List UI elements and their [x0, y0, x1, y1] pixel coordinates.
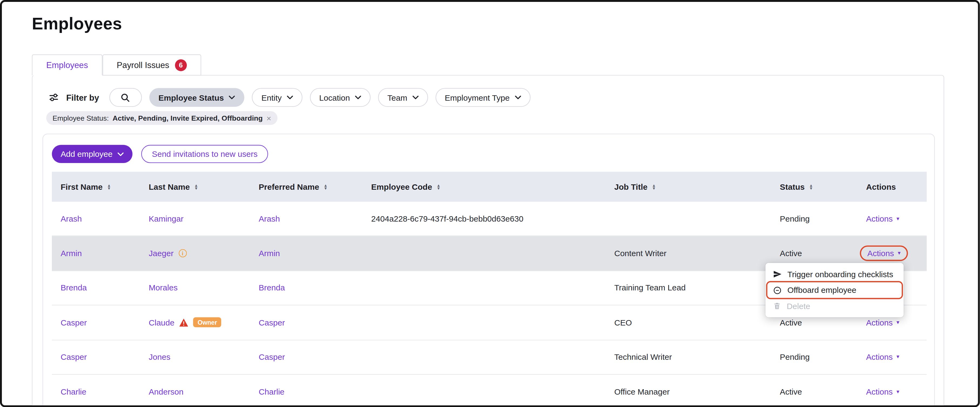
row-actions-button[interactable]: Actions▾	[866, 214, 899, 224]
caret-down-icon: ▾	[897, 320, 899, 325]
table-actions-bar: Add employee Send invitations to new use…	[52, 145, 268, 163]
last-name-link[interactable]: Jones	[149, 353, 170, 362]
job-title: CEO	[614, 318, 632, 328]
last-name-link[interactable]: Jaeger	[149, 248, 173, 258]
active-filters-row: Employee Status: Active, Pending, Invite…	[46, 111, 277, 125]
menu-item-trigger-onboarding[interactable]: Trigger onboarding checklists	[765, 266, 904, 282]
chevron-down-icon	[355, 95, 361, 99]
preferred-name-link[interactable]: Arash	[259, 214, 280, 224]
first-name-link[interactable]: Charlie	[60, 387, 86, 396]
filter-entity-label: Entity	[261, 93, 282, 102]
tab-employees[interactable]: Employees	[32, 54, 102, 76]
warning-icon	[180, 318, 188, 327]
table-row: Charlie Anderson Charlie Office Manager …	[52, 375, 927, 407]
chip-remove-icon[interactable]: ×	[267, 114, 271, 122]
last-name-link[interactable]: Kamingar	[149, 214, 184, 224]
status-text: Pending	[780, 214, 810, 224]
status-text: Active	[780, 248, 802, 258]
app-frame: Employees Employees Payroll Issues 6 Fi	[0, 0, 980, 407]
filter-sliders-icon	[49, 92, 59, 102]
tab-bar: Employees Payroll Issues 6	[32, 54, 201, 76]
preferred-name-link[interactable]: Armin	[259, 248, 280, 258]
chevron-down-icon	[287, 95, 293, 99]
employees-page: Employees Employees Payroll Issues 6 Fi	[0, 0, 980, 407]
employee-status-filter-chip: Employee Status: Active, Pending, Invite…	[46, 111, 277, 125]
first-name-link[interactable]: Arash	[60, 214, 82, 224]
add-employee-label: Add employee	[60, 149, 112, 159]
sort-icon[interactable]: ▲▼	[809, 183, 813, 190]
tab-payroll-issues-label: Payroll Issues	[117, 60, 169, 70]
tab-employees-label: Employees	[46, 60, 88, 70]
chevron-down-icon	[229, 95, 235, 99]
status-text: Active	[780, 387, 802, 396]
first-name-link[interactable]: Armin	[60, 248, 82, 258]
preferred-name-link[interactable]: Casper	[259, 353, 285, 362]
header-job-title: Job Title▲▼	[605, 182, 771, 192]
first-name-link[interactable]: Casper	[60, 318, 87, 328]
filter-entity[interactable]: Entity	[252, 88, 302, 107]
caret-down-icon: ▾	[897, 216, 899, 222]
search-button[interactable]	[109, 88, 142, 107]
sort-icon[interactable]: ▲▼	[194, 183, 198, 190]
tab-payroll-issues[interactable]: Payroll Issues 6	[102, 54, 201, 76]
filter-employee-status-label: Employee Status	[159, 93, 224, 102]
filter-team-label: Team	[388, 93, 407, 102]
chevron-down-icon	[515, 95, 521, 99]
sort-icon[interactable]: ▲▼	[107, 183, 111, 190]
filter-by-label: Filter by	[66, 93, 99, 102]
header-first-name: First Name▲▼	[52, 182, 140, 192]
filter-location-label: Location	[319, 93, 350, 102]
sort-icon[interactable]: ▲▼	[323, 183, 328, 190]
filter-employment-type[interactable]: Employment Type	[435, 88, 530, 107]
header-status: Status▲▼	[771, 182, 857, 192]
header-actions: Actions	[858, 182, 927, 192]
owner-badge: Owner	[193, 317, 221, 328]
send-invitations-button[interactable]: Send invitations to new users	[141, 145, 268, 163]
filter-location[interactable]: Location	[310, 88, 371, 107]
actions-dropdown-menu: Trigger onboarding checklists Offboard e…	[765, 263, 904, 317]
send-icon	[773, 270, 781, 278]
job-title: Office Manager	[614, 387, 670, 396]
status-text: Pending	[780, 353, 810, 362]
employees-panel: Filter by Employee Status Entity	[32, 75, 944, 407]
sort-icon[interactable]: ▲▼	[652, 183, 656, 190]
table-row: Casper Jones Casper Technical Writer Pen…	[52, 340, 927, 375]
filter-employee-status[interactable]: Employee Status	[149, 88, 244, 107]
chip-value: Active, Pending, Invite Expired, Offboar…	[113, 114, 263, 122]
chevron-down-icon	[412, 95, 418, 99]
first-name-link[interactable]: Brenda	[60, 283, 87, 293]
search-icon	[121, 93, 130, 102]
minus-circle-icon	[773, 286, 781, 294]
row-actions-button[interactable]: Actions▾	[866, 387, 899, 396]
add-employee-button[interactable]: Add employee	[52, 145, 133, 163]
last-name-link[interactable]: Claude	[149, 318, 175, 328]
filter-team[interactable]: Team	[378, 88, 428, 107]
payroll-issues-count-badge: 6	[175, 59, 187, 71]
menu-item-offboard-employee[interactable]: Offboard employee	[767, 282, 902, 298]
last-name-link[interactable]: Morales	[149, 283, 178, 293]
row-actions-button[interactable]: Actions▾	[866, 353, 899, 362]
caret-down-icon: ▾	[897, 389, 899, 394]
preferred-name-link[interactable]: Casper	[259, 318, 285, 328]
table-header-row: First Name▲▼ Last Name▲▼ Preferred Name▲…	[52, 172, 927, 202]
menu-item-delete[interactable]: Delete	[765, 298, 904, 314]
caret-down-icon: ▾	[897, 355, 899, 360]
filter-employment-type-label: Employment Type	[445, 93, 509, 102]
employee-code: 2404a228-6c79-437f-94cb-bebb0d63e630	[371, 214, 523, 224]
status-text: Active	[780, 318, 802, 328]
preferred-name-link[interactable]: Brenda	[259, 283, 285, 293]
preferred-name-link[interactable]: Charlie	[259, 387, 284, 396]
trash-icon	[773, 302, 781, 310]
sort-icon[interactable]: ▲▼	[436, 183, 441, 190]
last-name-link[interactable]: Anderson	[149, 387, 184, 396]
filter-bar: Filter by Employee Status Entity	[49, 88, 530, 107]
row-actions-button-open[interactable]: Actions▾	[867, 248, 900, 258]
table-row: Arash Kamingar Arash 2404a228-6c79-437f-…	[52, 202, 927, 236]
first-name-link[interactable]: Casper	[60, 353, 87, 362]
job-title: Training Team Lead	[614, 283, 686, 293]
header-last-name: Last Name▲▼	[140, 182, 250, 192]
header-preferred-name: Preferred Name▲▼	[250, 182, 363, 192]
job-title: Content Writer	[614, 248, 667, 258]
info-icon: i	[178, 249, 186, 257]
row-actions-button[interactable]: Actions▾	[866, 318, 899, 328]
